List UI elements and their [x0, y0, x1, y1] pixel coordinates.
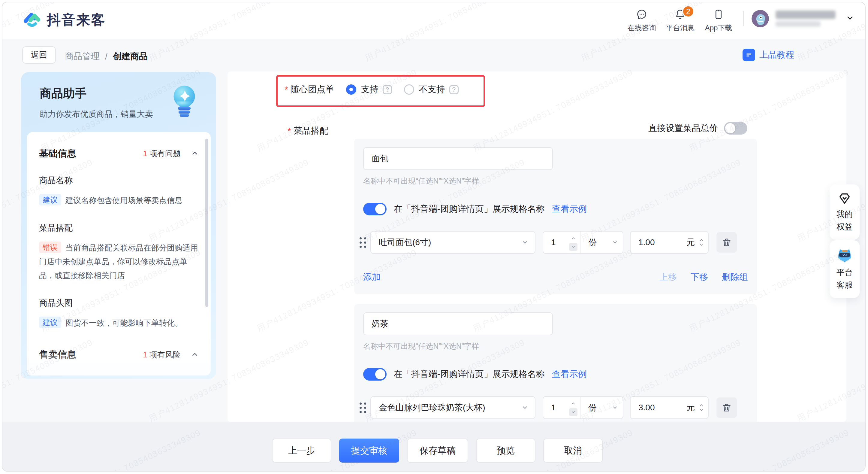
chevron-up-icon[interactable] — [191, 150, 199, 157]
radio-support-label: 支持 — [361, 84, 378, 95]
radio-not-support-label: 不支持 — [419, 84, 445, 95]
delete-dish-button[interactable] — [716, 232, 737, 253]
section-status: 1 项有风险 — [143, 350, 181, 360]
drag-handle-icon[interactable] — [359, 403, 367, 413]
currency-label: 元 — [686, 402, 695, 413]
douyin-laike-logo-icon — [22, 10, 42, 31]
breadcrumb-parent[interactable]: 商品管理 — [65, 51, 100, 62]
avatar[interactable] — [751, 10, 769, 27]
assistant-scrollbar-thumb[interactable] — [205, 139, 208, 307]
save-draft-button[interactable]: 保存草稿 — [407, 439, 468, 463]
app-download-button[interactable]: App下载 — [699, 9, 738, 33]
group-actions-row: 添加 上移 下移 删除组 — [363, 271, 748, 283]
view-example-link[interactable]: 查看示例 — [552, 203, 587, 215]
service-mascot-icon — [830, 247, 860, 264]
online-consult-button[interactable]: 在线咨询 — [622, 9, 661, 33]
assistant-title: 商品助手 — [40, 85, 87, 101]
price-control: 元 — [630, 231, 709, 254]
app-logo[interactable]: 抖音来客 — [22, 10, 106, 31]
chevron-down-icon — [612, 405, 618, 411]
stepper-down-icon[interactable] — [569, 408, 578, 416]
delete-dish-button[interactable] — [716, 397, 737, 418]
assistant-checklist-card: 基础信息 1 项有问题 商品名称 建议建议名称包含使用场景等卖点信息 菜品搭配 … — [27, 132, 211, 376]
help-question-icon[interactable]: ? — [449, 85, 459, 94]
price-control: 元 — [630, 396, 709, 419]
flex-group-order-field: * 随心团点单 支持 ? 不支持 ? — [284, 84, 459, 95]
error-badge: 错误 — [39, 241, 61, 253]
delete-group-link[interactable]: 删除组 — [722, 271, 748, 283]
spec-display-switch[interactable] — [363, 203, 386, 215]
product-tutorial-link[interactable]: 上品教程 — [743, 49, 794, 61]
platform-messages-button[interactable]: 2 平台消息 — [661, 9, 699, 33]
breadcrumb: 商品管理 / 创建商品 — [65, 51, 148, 62]
dish-select-value: 金色山脉列巴珍珠奶茶(大杯) — [379, 402, 485, 413]
move-down-link[interactable]: 下移 — [691, 271, 708, 283]
add-dish-link[interactable]: 添加 — [363, 271, 380, 283]
platform-service-widget[interactable]: 平台 客服 — [830, 240, 860, 298]
quantity-unit-control: 份 — [542, 396, 623, 419]
spec-display-switch[interactable] — [363, 368, 386, 381]
section-sale-info[interactable]: 售卖信息 1 项有风险 — [39, 349, 199, 361]
footer-buttons: 上一步 提交审核 保存草稿 预览 取消 — [272, 439, 603, 463]
section-status: 1 项有问题 — [143, 148, 181, 159]
dish-group-card-2: 名称中不可出现“任选N”“X选N”字样 在「抖音端-团购详情页」展示规格名称 查… — [354, 304, 757, 422]
logo-text: 抖音来客 — [47, 11, 106, 29]
unit-select[interactable]: 份 — [580, 397, 623, 418]
preview-button[interactable]: 预览 — [476, 439, 535, 463]
dish-group-card-1: 名称中不可出现“任选N”“X选N”字样 在「抖音端-团购详情页」展示规格名称 查… — [354, 139, 757, 294]
price-input[interactable] — [630, 403, 666, 413]
view-example-link[interactable]: 查看示例 — [552, 368, 587, 380]
spec-display-row: 在「抖音端-团购详情页」展示规格名称 查看示例 — [363, 368, 748, 381]
prev-step-button[interactable]: 上一步 — [272, 439, 331, 463]
dish-item-row: 吐司面包(6寸) — [359, 231, 748, 254]
section-title: 售卖信息 — [39, 349, 143, 361]
price-input[interactable] — [630, 237, 666, 247]
stepper-down-icon[interactable] — [569, 243, 578, 251]
move-up-link[interactable]: 上移 — [659, 271, 677, 283]
radio-unselected-icon[interactable] — [404, 84, 414, 95]
help-question-icon[interactable]: ? — [383, 85, 392, 94]
quantity-input[interactable] — [543, 232, 567, 253]
dish-select[interactable]: 吐司面包(6寸) — [370, 231, 535, 254]
unit-select-value: 份 — [588, 402, 597, 413]
quantity-input[interactable] — [543, 397, 567, 418]
dish-select[interactable]: 金色山脉列巴珍珠奶茶(大杯) — [370, 396, 535, 419]
radio-support[interactable]: 支持 ? — [346, 84, 392, 95]
total-price-switch[interactable] — [724, 122, 747, 135]
lightbulb-icon — [170, 84, 199, 119]
chevron-up-icon[interactable] — [191, 351, 199, 359]
breadcrumb-row: 返回 商品管理 / 创建商品 上品教程 — [2, 39, 865, 73]
section-basic-info[interactable]: 基础信息 1 项有问题 — [39, 147, 199, 160]
submit-review-button[interactable]: 提交审核 — [339, 439, 399, 463]
header-divider — [743, 11, 744, 26]
tutorial-label: 上品教程 — [760, 49, 794, 61]
radio-not-support[interactable]: 不支持 ? — [404, 84, 459, 95]
breadcrumb-separator: / — [105, 52, 107, 62]
drag-handle-icon[interactable] — [359, 237, 367, 248]
stepper-up-icon[interactable] — [569, 234, 578, 242]
my-benefits-widget[interactable]: 我的 权益 — [830, 184, 860, 240]
app-window: 用户4128149934951: 7085408633349309用户41281… — [2, 2, 866, 472]
chevron-down-icon — [612, 239, 618, 245]
group-name-input[interactable] — [363, 313, 553, 335]
group-name-input[interactable] — [363, 147, 553, 170]
chevron-down-icon — [522, 239, 528, 246]
unit-select[interactable]: 份 — [580, 232, 623, 253]
unit-select-value: 份 — [588, 237, 597, 248]
price-stepper[interactable] — [699, 403, 704, 412]
breadcrumb-current: 创建商品 — [113, 51, 148, 62]
user-menu-chevron-down-icon[interactable] — [846, 14, 854, 23]
phone-icon — [713, 9, 724, 21]
service-label-line: 客服 — [830, 279, 860, 291]
check-item-line: 建议图货不一致，可能影响下单转化。 — [39, 316, 199, 330]
back-button[interactable]: 返回 — [22, 46, 56, 64]
top-bar: 抖音来客 在线咨询 — [2, 2, 865, 39]
radio-selected-icon[interactable] — [346, 84, 356, 95]
quantity-unit-control: 份 — [542, 231, 623, 254]
price-stepper[interactable] — [699, 238, 704, 247]
suggest-badge: 建议 — [39, 194, 61, 205]
create-product-form: * 随心团点单 支持 ? 不支持 ? * 菜品搭配 直接设置菜品总价 名称中不可… — [227, 71, 846, 422]
stepper-up-icon[interactable] — [569, 399, 578, 407]
dish-combo-label: 菜品搭配 — [293, 125, 328, 137]
cancel-button[interactable]: 取消 — [543, 439, 603, 463]
